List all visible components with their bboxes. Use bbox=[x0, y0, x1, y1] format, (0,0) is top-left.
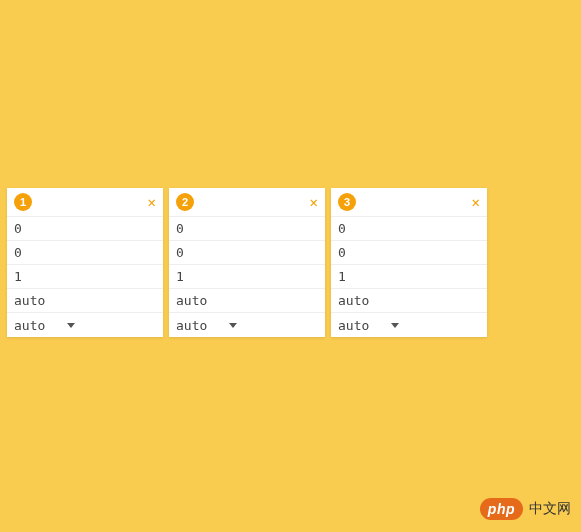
value-row[interactable]: 1 bbox=[331, 265, 487, 289]
select-row[interactable]: auto bbox=[7, 313, 163, 337]
value-row[interactable]: auto bbox=[169, 289, 325, 313]
select-value: auto bbox=[14, 318, 45, 333]
value-row[interactable]: 0 bbox=[331, 217, 487, 241]
card-header: 1 ✕ bbox=[7, 188, 163, 217]
chevron-down-icon bbox=[229, 323, 237, 328]
card-badge: 1 bbox=[14, 193, 32, 211]
value-row[interactable]: 0 bbox=[7, 241, 163, 265]
value-row[interactable]: 1 bbox=[7, 265, 163, 289]
value-row[interactable]: auto bbox=[331, 289, 487, 313]
card-badge: 3 bbox=[338, 193, 356, 211]
close-icon[interactable]: ✕ bbox=[310, 195, 318, 209]
chevron-down-icon bbox=[391, 323, 399, 328]
value-row[interactable]: 1 bbox=[169, 265, 325, 289]
card-header: 2 ✕ bbox=[169, 188, 325, 217]
card-header: 3 ✕ bbox=[331, 188, 487, 217]
value-row[interactable]: 0 bbox=[169, 241, 325, 265]
value-row[interactable]: 0 bbox=[169, 217, 325, 241]
select-row[interactable]: auto bbox=[169, 313, 325, 337]
chevron-down-icon bbox=[67, 323, 75, 328]
select-value: auto bbox=[176, 318, 207, 333]
card-2: 2 ✕ 0 0 1 auto auto bbox=[169, 188, 325, 337]
close-icon[interactable]: ✕ bbox=[148, 195, 156, 209]
cards-container: 1 ✕ 0 0 1 auto auto 2 ✕ 0 0 1 auto auto … bbox=[0, 0, 581, 337]
value-row[interactable]: auto bbox=[7, 289, 163, 313]
watermark-text: 中文网 bbox=[529, 500, 571, 518]
card-badge: 2 bbox=[176, 193, 194, 211]
select-value: auto bbox=[338, 318, 369, 333]
watermark: php 中文网 bbox=[480, 498, 571, 520]
card-1: 1 ✕ 0 0 1 auto auto bbox=[7, 188, 163, 337]
select-row[interactable]: auto bbox=[331, 313, 487, 337]
card-3: 3 ✕ 0 0 1 auto auto bbox=[331, 188, 487, 337]
value-row[interactable]: 0 bbox=[331, 241, 487, 265]
value-row[interactable]: 0 bbox=[7, 217, 163, 241]
close-icon[interactable]: ✕ bbox=[472, 195, 480, 209]
watermark-pill: php bbox=[480, 498, 523, 520]
